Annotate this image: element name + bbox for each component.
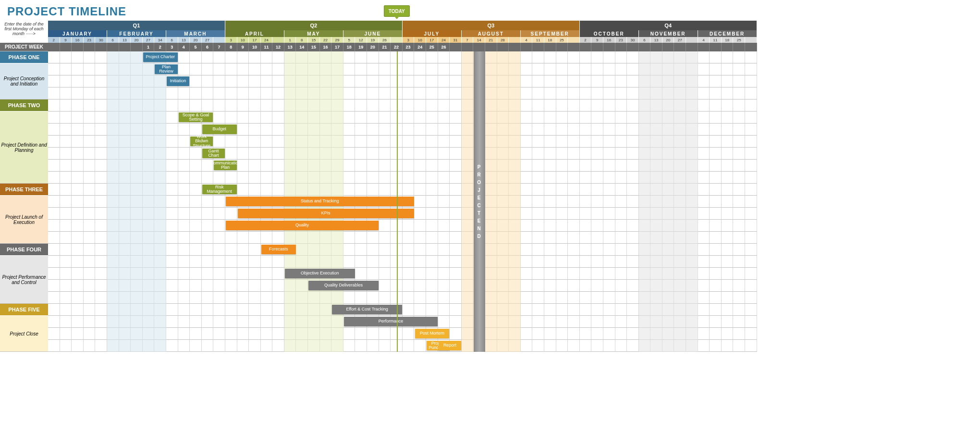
gantt-cell[interactable] [343, 99, 355, 112]
gantt-cell[interactable] [379, 328, 391, 340]
gantt-cell[interactable] [603, 208, 615, 220]
gantt-cell[interactable] [213, 63, 225, 75]
gantt-cell[interactable] [190, 220, 202, 232]
gantt-cell[interactable] [272, 51, 284, 63]
gantt-cell[interactable] [544, 268, 556, 280]
gantt-cell[interactable] [544, 172, 556, 184]
gantt-cell[interactable] [544, 136, 556, 148]
gantt-cell[interactable] [722, 196, 734, 208]
gantt-cell[interactable] [591, 268, 603, 280]
gantt-cell[interactable] [414, 172, 426, 184]
gantt-cell[interactable] [190, 63, 202, 75]
gantt-cell[interactable] [733, 136, 745, 148]
gantt-cell[interactable] [202, 75, 214, 87]
gantt-cell[interactable] [272, 292, 284, 304]
gantt-cell[interactable] [72, 316, 84, 328]
gantt-cell[interactable] [166, 292, 178, 304]
gantt-cell[interactable] [60, 136, 72, 148]
gantt-cell[interactable] [556, 63, 568, 75]
gantt-cell[interactable] [556, 280, 568, 292]
gantt-cell[interactable] [710, 328, 722, 340]
gantt-cell[interactable] [84, 316, 96, 328]
gantt-cell[interactable] [733, 124, 745, 136]
gantt-bar[interactable]: KPIs [238, 209, 414, 218]
gantt-cell[interactable] [403, 292, 415, 304]
gantt-cell[interactable] [603, 292, 615, 304]
gantt-cell[interactable] [627, 220, 639, 232]
gantt-cell[interactable] [48, 160, 60, 172]
gantt-cell[interactable] [72, 184, 84, 196]
gantt-cell[interactable] [166, 340, 178, 352]
gantt-cell[interactable] [627, 136, 639, 148]
gantt-cell[interactable] [733, 172, 745, 184]
gantt-cell[interactable] [521, 51, 533, 63]
gantt-cell[interactable] [745, 256, 757, 268]
gantt-cell[interactable] [367, 148, 379, 160]
gantt-cell[interactable] [403, 172, 415, 184]
gantt-cell[interactable] [426, 220, 438, 232]
gantt-cell[interactable] [627, 99, 639, 112]
gantt-cell[interactable] [202, 196, 214, 208]
gantt-cell[interactable] [249, 136, 261, 148]
gantt-cell[interactable] [237, 51, 249, 63]
gantt-cell[interactable] [202, 268, 214, 280]
gantt-cell[interactable] [426, 136, 438, 148]
gantt-cell[interactable] [166, 87, 178, 99]
gantt-cell[interactable] [603, 280, 615, 292]
gantt-cell[interactable] [450, 208, 462, 220]
gantt-cell[interactable] [733, 75, 745, 87]
gantt-cell[interactable] [627, 256, 639, 268]
gantt-cell[interactable] [615, 232, 627, 244]
gantt-cell[interactable] [367, 112, 379, 124]
gantt-cell[interactable] [213, 292, 225, 304]
gantt-cell[interactable] [166, 172, 178, 184]
gantt-cell[interactable] [355, 112, 367, 124]
gantt-cell[interactable] [367, 256, 379, 268]
gantt-cell[interactable] [178, 304, 190, 316]
gantt-cell[interactable] [733, 148, 745, 160]
gantt-cell[interactable] [355, 184, 367, 196]
gantt-cell[interactable] [190, 196, 202, 208]
gantt-cell[interactable] [84, 220, 96, 232]
gantt-cell[interactable] [733, 280, 745, 292]
gantt-cell[interactable] [48, 172, 60, 184]
gantt-cell[interactable] [84, 75, 96, 87]
gantt-cell[interactable] [379, 160, 391, 172]
gantt-cell[interactable] [580, 316, 592, 328]
gantt-cell[interactable] [72, 196, 84, 208]
gantt-cell[interactable] [710, 220, 722, 232]
gantt-cell[interactable] [722, 160, 734, 172]
gantt-cell[interactable] [627, 232, 639, 244]
gantt-cell[interactable] [343, 148, 355, 160]
gantt-cell[interactable] [722, 136, 734, 148]
gantt-cell[interactable] [745, 208, 757, 220]
gantt-cell[interactable] [733, 196, 745, 208]
gantt-cell[interactable] [426, 244, 438, 256]
gantt-cell[interactable] [627, 63, 639, 75]
gantt-cell[interactable] [426, 232, 438, 244]
gantt-cell[interactable] [60, 75, 72, 87]
gantt-cell[interactable] [426, 87, 438, 99]
gantt-cell[interactable] [237, 184, 249, 196]
gantt-cell[interactable] [438, 316, 450, 328]
gantt-cell[interactable] [603, 99, 615, 112]
gantt-cell[interactable] [213, 328, 225, 340]
gantt-cell[interactable] [60, 244, 72, 256]
gantt-cell[interactable] [178, 172, 190, 184]
gantt-cell[interactable] [379, 184, 391, 196]
gantt-cell[interactable] [72, 328, 84, 340]
gantt-cell[interactable] [367, 51, 379, 63]
gantt-cell[interactable] [261, 51, 273, 63]
gantt-cell[interactable] [710, 340, 722, 352]
gantt-cell[interactable] [580, 112, 592, 124]
gantt-cell[interactable] [60, 304, 72, 316]
gantt-cell[interactable] [733, 232, 745, 244]
gantt-cell[interactable] [568, 112, 580, 124]
gantt-cell[interactable] [568, 184, 580, 196]
gantt-cell[interactable] [450, 268, 462, 280]
gantt-cell[interactable] [580, 184, 592, 196]
gantt-cell[interactable] [166, 280, 178, 292]
gantt-cell[interactable] [343, 136, 355, 148]
gantt-cell[interactable] [532, 292, 544, 304]
gantt-cell[interactable] [603, 112, 615, 124]
